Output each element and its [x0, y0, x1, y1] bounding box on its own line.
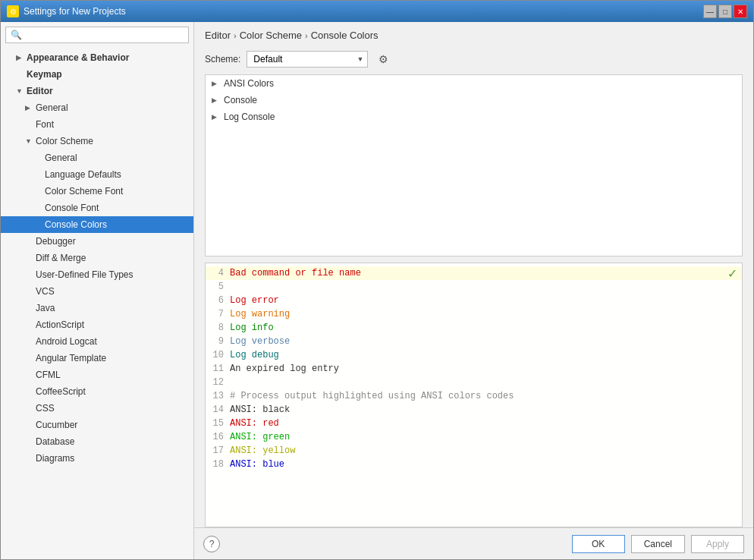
preview-line-11: 11 An expired log entry	[206, 362, 742, 376]
sidebar-item-label: Editor	[27, 86, 53, 96]
sidebar: 🔍 ▶ Appearance & Behavior Keymap ▼ Edito…	[1, 22, 194, 559]
line-number: 16	[206, 430, 230, 444]
chevron-right-icon: ▶	[212, 80, 221, 87]
line-number: 17	[206, 444, 230, 458]
bottom-bar: ? OK Cancel Apply	[194, 527, 753, 559]
sidebar-item-cs-general[interactable]: General	[1, 149, 193, 166]
settings-gear-button[interactable]: ⚙	[374, 50, 392, 68]
line-number: 15	[206, 417, 230, 430]
sidebar-item-label: VCS	[36, 286, 55, 297]
tree-panel-item-log-console[interactable]: ▶ Log Console	[206, 109, 742, 125]
line-number: 12	[206, 376, 230, 389]
line-number: 13	[206, 389, 230, 403]
preview-line-10: 10 Log debug	[206, 348, 742, 362]
sidebar-item-database[interactable]: Database	[1, 433, 193, 450]
apply-button[interactable]: Apply	[691, 535, 744, 553]
sidebar-item-appearance[interactable]: ▶ Appearance & Behavior	[1, 49, 193, 66]
preview-line-6: 6 Log error	[206, 294, 742, 307]
sidebar-item-general[interactable]: ▶ General	[1, 99, 193, 116]
line-number: 11	[206, 362, 230, 376]
ok-button[interactable]: OK	[572, 535, 625, 553]
line-content: Bad command or file name	[230, 266, 736, 280]
line-content: Log error	[230, 294, 736, 307]
chevron-right-icon: ▶	[212, 96, 221, 104]
search-input[interactable]	[25, 30, 184, 40]
sidebar-item-label: CSS	[36, 403, 55, 414]
close-button[interactable]: ✕	[734, 5, 747, 18]
sidebar-item-label: Debugger	[36, 236, 76, 247]
line-content: Log info	[230, 321, 736, 335]
line-number: 7	[206, 307, 230, 321]
sidebar-item-label: Color Scheme Font	[45, 186, 123, 197]
sidebar-item-label: Diff & Merge	[36, 253, 86, 263]
preview-line-13: 13 # Process output highlighted using AN…	[206, 389, 742, 403]
search-icon: 🔍	[11, 30, 22, 40]
sidebar-item-label: CoffeeScript	[36, 386, 86, 397]
scheme-label: Scheme:	[205, 54, 240, 64]
help-button[interactable]: ?	[203, 536, 220, 552]
window-controls: — □ ✕	[703, 5, 747, 18]
sidebar-item-css[interactable]: CSS	[1, 400, 193, 417]
sidebar-item-label: Database	[36, 436, 74, 447]
right-panel: Editor › Color Scheme › Console Colors S…	[194, 22, 753, 559]
sidebar-item-label: Language Defaults	[45, 169, 121, 180]
sidebar-item-cucumber[interactable]: Cucumber	[1, 417, 193, 433]
sidebar-item-actionscript[interactable]: ActionScript	[1, 316, 193, 333]
title-bar: ⚙ Settings for New Projects — □ ✕	[1, 1, 753, 22]
sidebar-item-java[interactable]: Java	[1, 300, 193, 316]
sidebar-item-cs-font[interactable]: Color Scheme Font	[1, 183, 193, 200]
sidebar-item-debugger[interactable]: Debugger	[1, 233, 193, 250]
sidebar-item-editor[interactable]: ▼ Editor	[1, 83, 193, 99]
maximize-button[interactable]: □	[718, 5, 732, 18]
sidebar-item-cfml[interactable]: CFML	[1, 367, 193, 383]
preview-lines: 4 Bad command or file name 5 6 Log error	[206, 263, 742, 474]
sidebar-item-android-logcat[interactable]: Android Logcat	[1, 333, 193, 350]
sidebar-item-label: Console Font	[45, 203, 99, 213]
sidebar-item-label: General	[45, 153, 77, 163]
scheme-select-wrap[interactable]: Default	[247, 51, 368, 68]
tree-panel-item-ansi[interactable]: ▶ ANSI Colors	[206, 75, 742, 92]
preview-line-14: 14 ANSI: black	[206, 403, 742, 417]
search-box[interactable]: 🔍	[5, 27, 189, 43]
sidebar-item-diff-merge[interactable]: Diff & Merge	[1, 250, 193, 266]
sidebar-item-label: Console Colors	[45, 219, 107, 230]
sidebar-item-font[interactable]: Font	[1, 116, 193, 133]
sidebar-item-label: Angular Template	[36, 353, 106, 363]
sidebar-item-lang-defaults[interactable]: Language Defaults	[1, 166, 193, 183]
breadcrumb-sep-1: ›	[234, 31, 237, 40]
sidebar-item-color-scheme[interactable]: ▼ Color Scheme	[1, 133, 193, 149]
sidebar-tree: ▶ Appearance & Behavior Keymap ▼ Editor …	[1, 48, 193, 559]
sidebar-item-label: General	[36, 102, 68, 113]
tree-panel-item-console[interactable]: ▶ Console	[206, 92, 742, 109]
scheme-select[interactable]: Default	[247, 51, 368, 68]
bottom-left: ?	[203, 536, 220, 552]
sidebar-item-diagrams[interactable]: Diagrams	[1, 450, 193, 467]
sidebar-item-user-file-types[interactable]: User-Defined File Types	[1, 266, 193, 283]
cancel-button[interactable]: Cancel	[631, 535, 685, 553]
sidebar-item-keymap[interactable]: Keymap	[1, 66, 193, 83]
sidebar-item-label: Keymap	[27, 69, 62, 80]
color-tree-panel: ▶ ANSI Colors ▶ Console ▶ Log Console	[205, 74, 743, 256]
sidebar-item-console-font[interactable]: Console Font	[1, 200, 193, 216]
line-number: 10	[206, 348, 230, 362]
preview-line-15: 15 ANSI: red	[206, 417, 742, 430]
sidebar-item-vcs[interactable]: VCS	[1, 283, 193, 300]
minimize-button[interactable]: —	[703, 5, 717, 18]
preview-line-7: 7 Log warning	[206, 307, 742, 321]
sidebar-item-coffeescript[interactable]: CoffeeScript	[1, 383, 193, 400]
line-content: ANSI: green	[230, 430, 736, 444]
app-icon: ⚙	[7, 5, 19, 17]
preview-line-8: 8 Log info	[206, 321, 742, 335]
chevron-down-icon: ▼	[25, 137, 33, 145]
scheme-bar: Scheme: Default ⚙	[194, 47, 753, 74]
preview-line-17: 17 ANSI: yellow	[206, 444, 742, 458]
sidebar-item-label: Font	[36, 119, 54, 130]
sidebar-item-angular-template[interactable]: Angular Template	[1, 350, 193, 367]
sidebar-item-label: User-Defined File Types	[36, 269, 134, 280]
bottom-right: OK Cancel Apply	[572, 535, 744, 553]
line-number: 9	[206, 335, 230, 348]
breadcrumb-part-3: Console Colors	[311, 30, 379, 41]
line-content: ANSI: black	[230, 403, 736, 417]
chevron-down-icon: ▼	[16, 87, 24, 95]
sidebar-item-console-colors[interactable]: Console Colors	[1, 216, 193, 233]
